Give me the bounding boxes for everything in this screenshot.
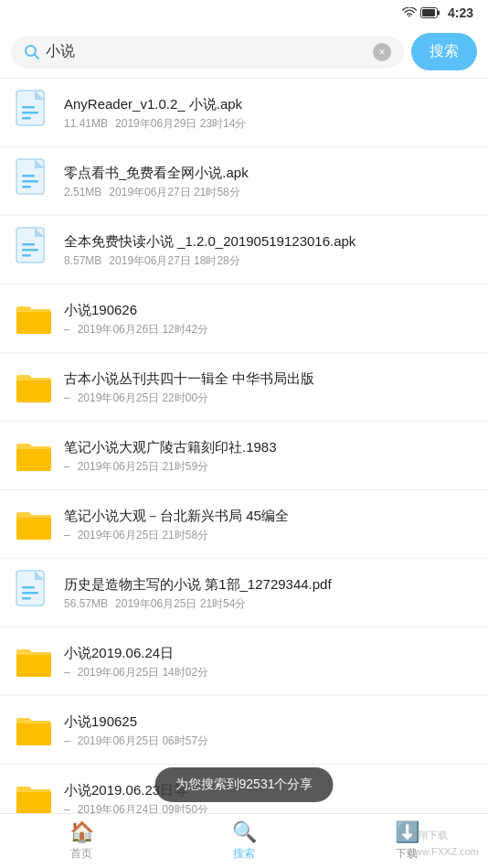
search-bar: × 搜索 [0, 26, 488, 79]
list-item[interactable]: 全本免费快读小说 _1.2.0_20190519123016.apk 8.57M… [0, 216, 488, 284]
nav-home-label: 首页 [70, 846, 92, 862]
file-name: 零点看书_免费看全网小说.apk [64, 163, 473, 182]
file-icon [15, 364, 53, 410]
file-icon [15, 501, 53, 547]
svg-rect-10 [22, 180, 38, 183]
file-icon [15, 90, 53, 135]
battery-icon [420, 7, 440, 18]
file-name: 古本小说丛刊共四十一辑全 中华书局出版 [64, 369, 473, 388]
list-item[interactable]: 笔记小说大观广陵古籍刻印社.1983 –2019年06月25日 21时59分 [0, 422, 488, 490]
file-meta: –2019年06月25日 22时00分 [64, 391, 473, 406]
file-name: 小说190625 [64, 712, 473, 731]
search-button[interactable]: 搜索 [411, 33, 477, 70]
svg-rect-18 [22, 592, 38, 595]
svg-rect-20 [22, 597, 31, 600]
search-nav-icon: 🔍 [232, 820, 257, 844]
svg-rect-1 [422, 9, 435, 16]
svg-rect-7 [22, 106, 35, 109]
toast: 为您搜索到92531个分享 [155, 767, 334, 802]
file-meta: –2019年06月25日 21时58分 [64, 528, 473, 543]
list-item[interactable]: 笔记小说大观－台北新兴书局 45编全 –2019年06月25日 21时58分 [0, 490, 488, 559]
file-name: 笔记小说大观广陵古籍刻印社.1983 [64, 437, 473, 456]
file-meta: –2019年06月26日 12时42分 [64, 322, 473, 338]
file-icon [15, 227, 53, 273]
wifi-icon [402, 7, 417, 18]
file-meta: 8.57MB2019年06月27日 18时28分 [64, 253, 473, 269]
file-icon [15, 433, 53, 478]
svg-line-4 [35, 54, 39, 59]
file-icon [15, 570, 53, 616]
file-icon [15, 638, 53, 684]
watermark: 飞翔下载www.FXXZ.com [408, 826, 479, 859]
home-icon: 🏠 [69, 820, 94, 844]
search-icon [24, 44, 40, 60]
file-name: 小说190626 [64, 300, 473, 319]
svg-rect-16 [22, 254, 31, 257]
list-item[interactable]: 小说190626 –2019年06月26日 12时42分 [0, 284, 488, 353]
file-icon [15, 707, 53, 753]
file-meta: 2.51MB2019年06月27日 21时58分 [64, 185, 473, 200]
list-item[interactable]: 历史是造物主写的小说 第1部_12729344.pdf 56.57MB2019年… [0, 559, 488, 627]
file-meta: –2019年06月25日 14时02分 [64, 665, 473, 680]
list-item[interactable]: AnyReader_v1.0.2_ 小说.apk 11.41MB2019年06月… [0, 79, 488, 147]
svg-rect-8 [22, 117, 31, 120]
svg-rect-2 [438, 11, 440, 16]
svg-rect-15 [22, 243, 35, 246]
status-icons [402, 7, 440, 18]
file-name: 全本免费快读小说 _1.2.0_20190519123016.apk [64, 231, 473, 251]
status-time: 4:23 [448, 5, 473, 20]
search-input-wrapper: × [11, 36, 404, 69]
file-name: 小说2019.06.24日 [64, 643, 473, 662]
file-meta: 56.57MB2019年06月25日 21时54分 [64, 596, 473, 612]
list-item[interactable]: 古本小说丛刊共四十一辑全 中华书局出版 –2019年06月25日 22时00分 [0, 353, 488, 422]
nav-search[interactable]: 🔍 搜索 [163, 815, 325, 867]
list-item[interactable]: 零点看书_免费看全网小说.apk 2.51MB2019年06月27日 21时58… [0, 147, 488, 216]
file-meta: 11.41MB2019年06月29日 23时14分 [64, 116, 473, 132]
file-name: 笔记小说大观－台北新兴书局 45编全 [64, 506, 473, 525]
file-icon [15, 158, 53, 204]
list-item[interactable]: 小说190625 –2019年06月25日 06时57分 [0, 696, 488, 765]
status-bar: 4:23 [0, 0, 488, 26]
clear-button[interactable]: × [373, 43, 391, 61]
file-icon [15, 295, 53, 341]
file-meta: –2019年06月25日 06时57分 [64, 734, 473, 749]
nav-home[interactable]: 🏠 首页 [0, 815, 163, 867]
svg-rect-14 [22, 249, 38, 252]
svg-rect-11 [22, 175, 35, 177]
file-meta: –2019年06月25日 21时59分 [64, 459, 473, 475]
file-list: AnyReader_v1.0.2_ 小说.apk 11.41MB2019年06月… [0, 79, 488, 868]
file-name: 历史是造物主写的小说 第1部_12729344.pdf [64, 574, 473, 594]
svg-rect-6 [22, 112, 38, 114]
nav-search-label: 搜索 [233, 846, 255, 862]
search-input[interactable] [46, 44, 367, 60]
file-name: AnyReader_v1.0.2_ 小说.apk [64, 94, 473, 113]
svg-rect-19 [22, 586, 35, 589]
list-item[interactable]: 小说2019.06.24日 –2019年06月25日 14时02分 [0, 627, 488, 696]
svg-rect-12 [22, 186, 31, 188]
